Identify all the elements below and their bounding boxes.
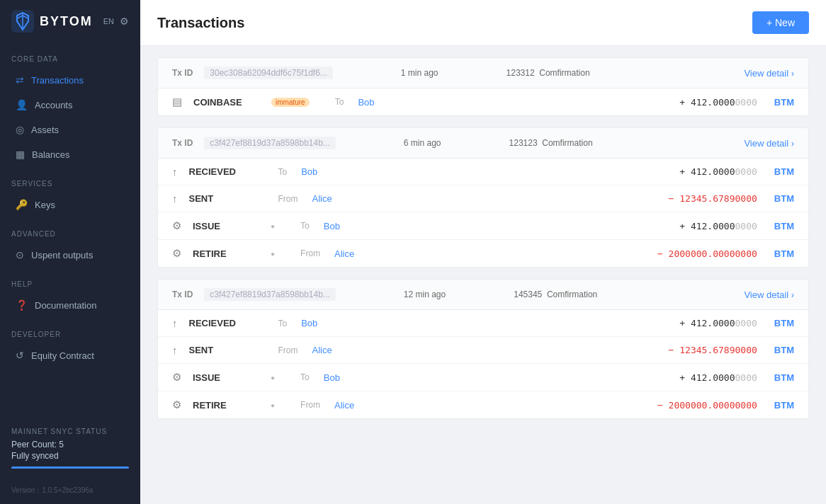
section-label-core: CORE DATA <box>0 42 140 67</box>
transactions-icon: ⇄ <box>16 74 24 86</box>
version-label: Version：1.0.5+2bc2396a <box>0 480 140 504</box>
app-logo-text: BYTOM <box>40 14 93 29</box>
lang-area: EN ⚙ <box>103 16 129 27</box>
tx-type-label: RECIEVED <box>189 318 253 328</box>
tx-party[interactable]: Alice <box>312 193 332 204</box>
sidebar-item-label: Accounts <box>35 100 72 110</box>
language-selector[interactable]: EN <box>103 17 114 25</box>
tx-party[interactable]: Bob <box>301 166 317 177</box>
tx-view-detail-link[interactable]: View detail › <box>744 68 794 79</box>
amount-main: 2000000.0000 <box>663 400 735 411</box>
amount-main: 412.0000 <box>685 166 735 177</box>
unspent-icon: ⊙ <box>16 249 24 260</box>
tx-type-icon: ↑ <box>172 193 178 205</box>
sidebar-item-documentation[interactable]: ❓ Documentation <box>4 293 136 317</box>
page-title: Transactions <box>157 15 244 31</box>
sidebar-item-unspent[interactable]: ⊙ Uspent outputs <box>4 243 136 267</box>
sidebar: BYTOM EN ⚙ CORE DATA ⇄ Transactions 👤 Ac… <box>0 0 140 504</box>
tx-type-icon: ▤ <box>172 96 182 108</box>
tx-amount: − 12345.67890000 <box>669 345 757 355</box>
sidebar-item-keys[interactable]: 🔑 Keys <box>4 193 136 217</box>
amount-main: 2000000.0000 <box>663 248 735 259</box>
tx-type-icon: ⚙ <box>172 219 181 232</box>
sync-peer-count: Peer Count: 5 <box>11 440 129 449</box>
tx-currency: BTM <box>774 193 794 204</box>
tx-type-icon: ↑ <box>172 166 178 178</box>
sync-progress-fill <box>11 466 129 469</box>
tx-amount: + 412.00000000 <box>679 318 757 328</box>
section-label-help: HELP <box>0 268 140 292</box>
tx-confirmations: 123312 Comfirmation <box>507 68 590 78</box>
accounts-icon: 👤 <box>16 99 28 110</box>
new-transaction-button[interactable]: + New <box>752 11 809 34</box>
tx-time: 1 min ago <box>401 68 439 78</box>
amount-dim: 0000 <box>735 318 757 328</box>
section-label-developer: DEVELOPER <box>0 318 140 343</box>
tx-dot: ● <box>271 222 275 230</box>
tx-confirmations: 123123 Comfirmation <box>509 138 593 148</box>
transactions-list: Tx ID 30ec308a62094ddf6c75f1df6... 1 min… <box>140 46 826 430</box>
tx-direction: To <box>335 97 344 107</box>
tx-dot: ● <box>271 374 275 382</box>
tx-type-label: SENT <box>189 345 253 355</box>
tx-dot: ● <box>271 401 275 409</box>
assets-icon: ◎ <box>16 124 24 135</box>
amount-sign: + <box>679 221 685 231</box>
tx-party[interactable]: Bob <box>301 318 317 328</box>
tx-party[interactable]: Alice <box>334 400 354 411</box>
amount-dim: 0000 <box>735 248 757 259</box>
developer-section: DEVELOPER ↺ Equity Contract <box>0 318 140 368</box>
tx-amount: − 2000000.00000000 <box>657 400 757 411</box>
settings-icon[interactable]: ⚙ <box>120 16 129 27</box>
tx-id-value: 30ec308a62094ddf6c75f1df6... <box>204 67 332 79</box>
tx-amount: + 412.00000000 <box>679 372 757 383</box>
sidebar-item-label: Equity Contract <box>31 350 94 361</box>
amount-sign: + <box>679 372 685 383</box>
amount-dim: 0000 <box>735 400 757 411</box>
sidebar-item-label: Documentation <box>35 300 96 311</box>
sidebar-item-transactions[interactable]: ⇄ Transactions <box>4 68 136 92</box>
tx-row: ⚙ ISSUE ● To Bob + 412.00000000 BTM <box>158 364 808 391</box>
tx-currency: BTM <box>774 400 794 411</box>
sidebar-item-label: Uspent outputs <box>31 250 93 260</box>
tx-type-label: RETIRE <box>193 248 256 259</box>
sidebar-item-equity[interactable]: ↺ Equity Contract <box>4 343 136 367</box>
section-label-advanced: ADVANCED <box>0 217 140 242</box>
transaction-card: Tx ID c3f427ef8819d37a8598bb14b... 6 min… <box>157 127 809 268</box>
tx-id-label: Tx ID <box>172 138 193 148</box>
tx-type-icon: ↑ <box>172 317 178 329</box>
tx-type-icon: ⚙ <box>172 247 181 260</box>
tx-id-value: c3f427ef8819d37a8598bb14b... <box>204 137 336 149</box>
amount-main: 12345.6789 <box>674 345 735 355</box>
sidebar-item-balances[interactable]: ▦ Balances <box>4 142 136 166</box>
tx-view-detail-link[interactable]: View detail › <box>744 290 794 300</box>
sidebar-item-accounts[interactable]: 👤 Accounts <box>4 93 136 117</box>
tx-row: ↑ SENT From Alice − 12345.67890000 BTM <box>158 185 808 212</box>
balances-icon: ▦ <box>16 149 25 160</box>
tx-type-label: RETIRE <box>193 400 256 411</box>
amount-dim: 0000 <box>735 193 757 204</box>
tx-party[interactable]: Alice <box>334 248 354 259</box>
tx-currency: BTM <box>774 372 794 383</box>
tx-amount: + 412.00000000 <box>679 166 757 177</box>
amount-main: 412.0000 <box>685 372 735 383</box>
amount-sign: + <box>679 97 685 108</box>
tx-amount: − 2000000.00000000 <box>657 248 757 259</box>
amount-dim: 0000 <box>735 372 757 383</box>
tx-view-detail-link[interactable]: View detail › <box>744 138 794 149</box>
section-label-services: SERVICES <box>0 167 140 192</box>
keys-icon: 🔑 <box>16 199 28 210</box>
tx-amount: + 412.00000000 <box>679 221 757 231</box>
tx-type-icon: ⚙ <box>172 399 181 411</box>
tx-row: ↑ RECIEVED To Bob + 412.00000000 BTM <box>158 310 808 337</box>
tx-party[interactable]: Bob <box>324 221 340 231</box>
tx-type-label: SENT <box>189 193 253 204</box>
sidebar-header: BYTOM EN ⚙ <box>0 0 140 42</box>
tx-party[interactable]: Bob <box>324 372 340 383</box>
sync-status-text: Fully synced <box>11 451 129 461</box>
tx-party[interactable]: Bob <box>358 97 374 108</box>
sidebar-item-assets[interactable]: ◎ Assets <box>4 118 136 142</box>
tx-badge: immature <box>271 98 310 107</box>
tx-party[interactable]: Alice <box>312 345 332 355</box>
tx-direction: From <box>300 400 320 410</box>
